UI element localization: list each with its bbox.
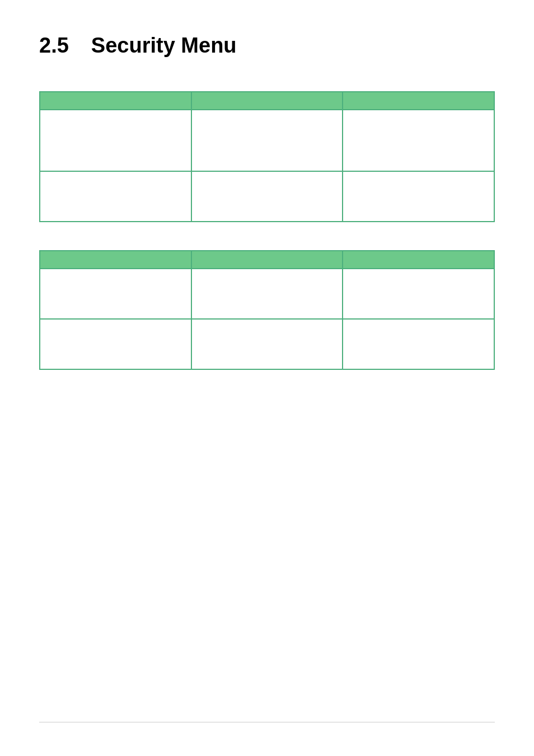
table-1 xyxy=(39,91,495,222)
table-2 xyxy=(39,250,495,370)
title-number: 2.5 xyxy=(39,34,69,58)
table-section-2 xyxy=(39,250,495,370)
page-title: 2.5 Security Menu xyxy=(39,34,495,58)
table-cell xyxy=(191,171,343,222)
footer-line xyxy=(39,722,495,722)
table-2-col-1-header xyxy=(40,251,191,269)
table-row xyxy=(40,171,494,222)
table-cell xyxy=(40,319,191,369)
table-1-col-2-header xyxy=(191,92,343,110)
table-row xyxy=(40,319,494,369)
table-section-1 xyxy=(39,91,495,222)
title-text: Security Menu xyxy=(91,34,237,58)
table-cell xyxy=(191,110,343,171)
table-cell xyxy=(343,171,494,222)
table-cell xyxy=(343,110,494,171)
table-cell xyxy=(40,269,191,319)
table-row xyxy=(40,110,494,171)
table-2-col-2-header xyxy=(191,251,343,269)
table-1-col-3-header xyxy=(343,92,494,110)
table-cell xyxy=(40,171,191,222)
table-cell xyxy=(40,110,191,171)
table-2-header-row xyxy=(40,251,494,269)
table-cell xyxy=(191,269,343,319)
table-2-col-3-header xyxy=(343,251,494,269)
table-1-col-1-header xyxy=(40,92,191,110)
table-cell xyxy=(343,269,494,319)
table-1-header-row xyxy=(40,92,494,110)
table-cell xyxy=(343,319,494,369)
table-cell xyxy=(191,319,343,369)
table-row xyxy=(40,269,494,319)
